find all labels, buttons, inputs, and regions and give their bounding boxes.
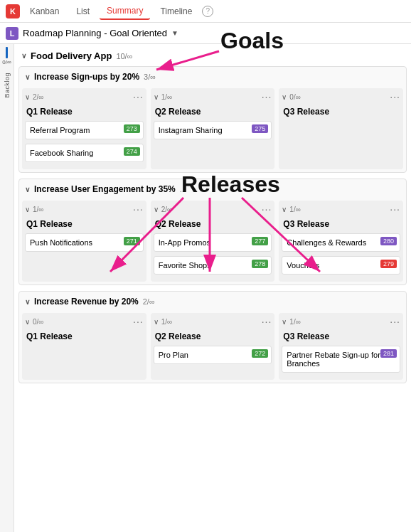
app-logo: K — [6, 4, 20, 18]
card-text: Referral Program — [30, 126, 90, 134]
col-menu-icon[interactable]: ··· — [262, 316, 272, 327]
chevron-down-icon[interactable]: ▼ — [171, 29, 178, 37]
sidebar-bar — [6, 47, 8, 58]
col-menu-icon[interactable]: ··· — [133, 91, 144, 102]
card-badge: 273 — [124, 124, 140, 133]
col-header-engagement-q2: ∨ 2/∞ ··· — [154, 203, 272, 215]
group-header: ∨ Food Delivery App 10/∞ — [18, 48, 407, 63]
col-title: Q2 Release — [154, 107, 272, 117]
epic-revenue-count: 2/∞ — [143, 297, 155, 306]
card-pro-plan[interactable]: Pro Plan 272 — [154, 346, 272, 364]
card-instagram[interactable]: Instagram Sharing 275 — [154, 121, 272, 139]
col-chevron-icon[interactable]: ∨ — [282, 93, 287, 101]
epic-engagement-header: ∨ Increase User Engagement by 35% ... — [22, 182, 403, 196]
col-menu-icon[interactable]: ··· — [262, 91, 272, 102]
col-chevron-icon[interactable]: ∨ — [154, 206, 159, 213]
col-header-revenue-q3: ∨ 1/∞ ··· — [282, 316, 400, 327]
col-menu-icon[interactable]: ··· — [390, 203, 400, 215]
epic-revenue: ∨ Increase Revenue by 20% 2/∞ ∨ 0/∞ ··· — [18, 291, 407, 383]
card-badge: 280 — [380, 237, 397, 245]
card-text: Partner Rebate Sign-up for Branches — [287, 351, 380, 368]
col-chevron-icon[interactable]: ∨ — [282, 318, 287, 326]
tab-summary[interactable]: Summary — [100, 3, 150, 20]
col-menu-icon[interactable]: ··· — [133, 316, 144, 327]
card-badge: 279 — [380, 260, 397, 268]
col-title: Q2 Release — [154, 219, 272, 229]
card-inapp-promos[interactable]: In-App Promos 277 — [154, 233, 272, 252]
epic-revenue-columns: ∨ 0/∞ ··· Q1 Release ∨ 1/∞ — [22, 313, 403, 380]
col-menu-icon[interactable]: ··· — [390, 91, 400, 102]
col-chevron-icon[interactable]: ∨ — [25, 206, 30, 213]
column-engagement-q3: ∨ 1/∞ ··· Q3 Release Challenges & Reward… — [279, 201, 403, 282]
col-chevron-icon[interactable]: ∨ — [25, 318, 30, 326]
col-chevron-icon[interactable]: ∨ — [282, 206, 287, 213]
col-count: 1/∞ — [161, 318, 172, 326]
group-count: 10/∞ — [116, 52, 132, 60]
column-revenue-q3: ∨ 1/∞ ··· Q3 Release Partner Rebate Sign… — [279, 313, 403, 380]
col-chevron-icon[interactable]: ∨ — [25, 93, 30, 101]
card-text: Pro Plan — [159, 351, 188, 359]
epic-chevron-icon[interactable]: ∨ — [25, 298, 30, 306]
epic-signups-title: Increase Sign-ups by 20% — [34, 72, 139, 82]
epic-signups: ∨ Increase Sign-ups by 20% 3/∞ ∨ 2/∞ ··· — [18, 66, 407, 173]
tab-list[interactable]: List — [69, 4, 97, 19]
col-chevron-icon[interactable]: ∨ — [154, 93, 159, 101]
epic-signups-count: 3/∞ — [144, 73, 156, 81]
col-title: Q1 Release — [25, 107, 144, 117]
epic-revenue-title: Increase Revenue by 20% — [34, 297, 139, 307]
epic-engagement-columns: ∨ 1/∞ ··· Q1 Release Push Notifications … — [22, 201, 403, 282]
card-challenges[interactable]: Challenges & Rewards 280 — [282, 233, 400, 252]
column-signups-q3: ∨ 0/∞ ··· Q3 Release — [279, 88, 403, 169]
column-engagement-q2: ∨ 2/∞ ··· Q2 Release In-App Promos 277 F… — [151, 201, 275, 282]
group-title: Food Delivery App — [31, 50, 112, 61]
epic-engagement: ∨ Increase User Engagement by 35% ... ∨ … — [18, 179, 407, 285]
column-revenue-q1: ∨ 0/∞ ··· Q1 Release — [22, 313, 146, 380]
help-icon[interactable]: ? — [202, 6, 213, 17]
col-menu-icon[interactable]: ··· — [133, 203, 144, 215]
col-menu-icon[interactable]: ··· — [262, 203, 272, 215]
col-title: Q1 Release — [25, 219, 144, 229]
group-chevron-icon[interactable]: ∨ — [21, 52, 26, 60]
col-title: Q3 Release — [282, 107, 400, 117]
card-badge: 275 — [252, 124, 268, 133]
epic-revenue-header: ∨ Increase Revenue by 20% 2/∞ — [22, 294, 403, 309]
col-count: 0/∞ — [289, 93, 300, 101]
card-vouchers[interactable]: Vouchers 279 — [282, 256, 400, 275]
col-header-engagement-q1: ∨ 1/∞ ··· — [25, 203, 144, 215]
content-area: ∨ Food Delivery App 10/∞ ∨ Increase Sign… — [14, 44, 411, 532]
col-count: 0/∞ — [33, 318, 43, 326]
card-badge: 277 — [252, 237, 268, 245]
sidebar: 0/∞ Backlog — [0, 44, 14, 532]
card-text: Favorite Shops — [159, 261, 211, 270]
card-push-notif[interactable]: Push Notifications 271 — [25, 233, 144, 252]
tab-kanban[interactable]: Kanban — [23, 4, 66, 19]
card-text: Push Notifications — [30, 238, 92, 247]
sidebar-indicator: 0/∞ — [2, 47, 12, 65]
tab-timeline[interactable]: Timeline — [153, 4, 199, 19]
epic-chevron-icon[interactable]: ∨ — [25, 73, 30, 81]
card-badge: 281 — [380, 349, 397, 358]
epic-signups-header: ∨ Increase Sign-ups by 20% 3/∞ — [22, 70, 403, 84]
card-favorite-shops[interactable]: Favorite Shops 278 — [154, 256, 272, 275]
card-text: Instagram Sharing — [159, 126, 223, 134]
col-count: 1/∞ — [289, 318, 300, 326]
subheader: L Roadmap Planning - Goal Oriented ▼ — [0, 23, 411, 44]
card-referral[interactable]: Referral Program 273 — [25, 121, 144, 139]
card-partner-rebate[interactable]: Partner Rebate Sign-up for Branches 281 — [282, 346, 400, 373]
col-header-engagement-q3: ∨ 1/∞ ··· — [282, 203, 400, 215]
col-count: 1/∞ — [33, 206, 43, 213]
epic-engagement-count: ... — [180, 185, 186, 193]
col-header-signups-q3: ∨ 0/∞ ··· — [282, 91, 400, 102]
epic-chevron-icon[interactable]: ∨ — [25, 186, 30, 193]
sidebar-count: 0/∞ — [2, 59, 11, 65]
col-header-revenue-q2: ∨ 1/∞ ··· — [154, 316, 272, 327]
col-chevron-icon[interactable]: ∨ — [154, 318, 159, 326]
col-menu-icon[interactable]: ··· — [390, 316, 400, 327]
card-badge: 272 — [252, 349, 268, 358]
col-count: 2/∞ — [161, 206, 172, 213]
sidebar-label: Backlog — [4, 73, 11, 98]
col-count: 2/∞ — [33, 93, 43, 101]
card-facebook[interactable]: Facebook Sharing 274 — [25, 144, 144, 162]
card-text: Vouchers — [287, 261, 319, 270]
column-signups-q1: ∨ 2/∞ ··· Q1 Release Referral Program 27… — [22, 88, 146, 169]
